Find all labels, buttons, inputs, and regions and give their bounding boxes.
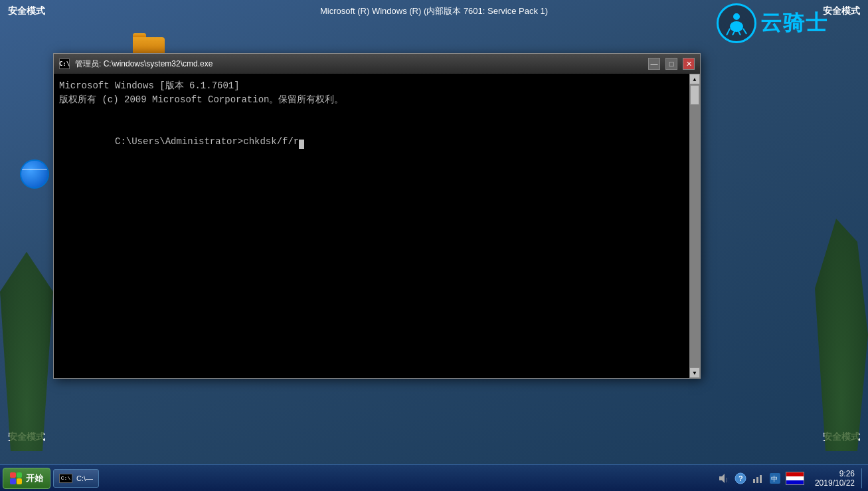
svg-text:)))): )))) — [725, 477, 729, 482]
show-desktop-button[interactable] — [861, 468, 865, 488]
help-tray-icon[interactable]: ? — [734, 472, 747, 485]
taskbar-cmd-icon: C:\ — [59, 474, 72, 483]
taskbar-cmd-item[interactable]: C:\ C:\— — [53, 469, 99, 488]
svg-rect-11 — [756, 477, 758, 483]
speaker-tray-icon[interactable]: )))) — [717, 472, 730, 485]
cmd-maximize-button[interactable]: □ — [665, 58, 677, 70]
taskbar-tray: )))) ? 中 — [713, 472, 808, 485]
cmd-window: C:\ 管理员: C:\windows\system32\cmd.exe — □… — [53, 53, 701, 379]
plant-decoration-left — [0, 252, 53, 451]
cmd-line-3 — [59, 107, 684, 121]
svg-text:?: ? — [738, 474, 743, 482]
language-flag[interactable] — [786, 472, 804, 485]
cmd-line-4: C:\Users\Administrator>chkdsk/f/r — [59, 121, 684, 163]
svg-line-2 — [727, 29, 730, 35]
cmd-content[interactable]: Microsoft Windows [版本 6.1.7601] 版权所有 (c)… — [54, 74, 689, 378]
globe-image — [20, 159, 49, 189]
clock-date: 2019/10/22 — [815, 478, 855, 488]
cmd-title-text: 管理员: C:\windows\system32\cmd.exe — [75, 58, 643, 70]
start-logo-q4 — [17, 478, 23, 484]
clock-time: 9:26 — [839, 469, 855, 478]
cmd-line-2: 版权所有 (c) 2009 Microsoft Corporation。保留所有… — [59, 93, 684, 107]
svg-rect-10 — [753, 479, 755, 483]
svg-text:中: 中 — [771, 475, 778, 482]
cmd-close-button[interactable]: ✕ — [683, 58, 695, 70]
safe-mode-top-right: 安全模式 — [823, 5, 860, 17]
start-label: 开始 — [26, 472, 43, 484]
svg-rect-12 — [760, 475, 762, 483]
svg-marker-6 — [719, 474, 725, 483]
clock-area[interactable]: 9:26 2019/10/22 — [811, 469, 859, 488]
cmd-minimize-button[interactable]: — — [648, 58, 660, 70]
scroll-up-button[interactable]: ▲ — [689, 74, 700, 84]
safe-mode-top-left: 安全模式 — [8, 5, 45, 17]
start-logo-q3 — [10, 478, 16, 484]
plant-decoration-right — [815, 219, 868, 451]
logo-icon — [717, 3, 756, 43]
taskbar-cmd-label: C:\— — [76, 474, 93, 482]
start-logo-icon — [10, 472, 22, 484]
scroll-thumb[interactable] — [690, 85, 699, 105]
logo-area: 云骑士 — [717, 3, 828, 43]
logo-text: 云骑士 — [760, 9, 828, 38]
start-logo-q2 — [17, 472, 23, 478]
desktop-globe-icon[interactable] — [20, 159, 49, 189]
svg-point-1 — [730, 21, 743, 32]
cmd-window-icon: C:\ — [59, 58, 70, 69]
cmd-body: Microsoft Windows [版本 6.1.7601] 版权所有 (c)… — [54, 74, 700, 378]
cmd-scrollbar[interactable]: ▲ ▼ — [689, 74, 700, 378]
windows-version-text: Microsoft (R) Windows (R) (内部版本 7601: Se… — [320, 5, 548, 17]
svg-point-0 — [733, 13, 740, 20]
taskbar: 开始 C:\ C:\— )))) ? — [0, 464, 868, 491]
network-tray-icon[interactable] — [751, 472, 764, 485]
ime-tray-icon[interactable]: 中 — [768, 472, 782, 485]
start-logo-q1 — [10, 472, 16, 478]
cmd-titlebar: C:\ 管理员: C:\windows\system32\cmd.exe — □… — [54, 54, 700, 74]
start-button[interactable]: 开始 — [3, 468, 50, 489]
scroll-down-button[interactable]: ▼ — [689, 367, 700, 378]
svg-line-5 — [743, 29, 746, 34]
cmd-line-1: Microsoft Windows [版本 6.1.7601] — [59, 79, 684, 93]
scroll-track — [689, 84, 700, 367]
cmd-cursor — [299, 140, 304, 149]
desktop: 安全模式 安全模式 安全模式 安全模式 Microsoft (R) Window… — [0, 0, 868, 491]
